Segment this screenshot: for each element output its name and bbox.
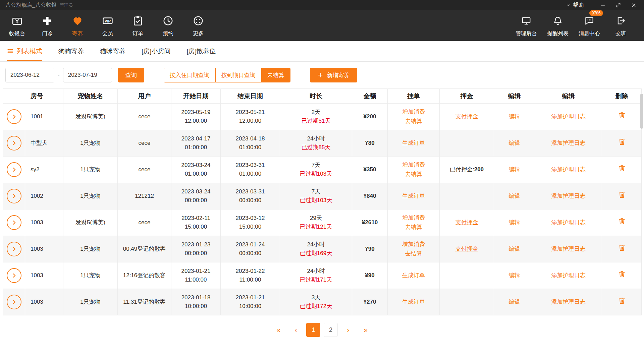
nav-item-clinic[interactable]: 门诊 xyxy=(32,14,62,37)
page-button-2[interactable]: 2 xyxy=(324,323,338,337)
tab-dog-boarding[interactable]: 狗狗寄养 xyxy=(58,41,84,61)
page-button-1[interactable]: 1 xyxy=(306,323,320,337)
expand-row-button[interactable] xyxy=(7,295,21,309)
next-page-button[interactable]: › xyxy=(341,323,355,337)
table-header-row: 房号宠物姓名用户开始日期结束日期时长金额挂单押金编辑编辑删除 xyxy=(3,89,642,104)
nav-item-order[interactable]: 订单 xyxy=(123,14,153,37)
expand-row-button[interactable] xyxy=(7,162,21,177)
edit-link[interactable]: 编辑 xyxy=(509,299,520,305)
first-page-button[interactable]: « xyxy=(271,323,285,337)
tab-small-room[interactable]: [房]小房间 xyxy=(142,41,171,61)
nav-item-shift[interactable]: 交班 xyxy=(605,14,637,37)
expand-row-button[interactable] xyxy=(7,136,21,150)
order-action-link[interactable]: 增加消费 xyxy=(388,213,439,223)
nav-item-message[interactable]: 9786消息中心 xyxy=(574,14,605,37)
order-action-link[interactable]: 增加消费 xyxy=(388,160,439,170)
pay-deposit-link[interactable]: 支付押金 xyxy=(455,113,478,120)
nav-item-boarding[interactable]: 寄养 xyxy=(62,14,93,37)
last-page-button[interactable]: » xyxy=(359,323,373,337)
vertical-scrollbar[interactable] xyxy=(640,88,643,315)
order-action-link[interactable]: 去结算 xyxy=(388,117,439,126)
filter-toolbar: - 查询 按入住日期查询按到期日查询未结算 新增寄养 xyxy=(0,62,644,88)
prev-page-button[interactable]: ‹ xyxy=(289,323,303,337)
unsettled-button[interactable]: 未结算 xyxy=(261,68,290,82)
trash-icon[interactable] xyxy=(618,270,626,279)
user-name[interactable]: cece xyxy=(118,130,171,157)
end-date: 2023-03-1215:00:00 xyxy=(221,209,280,236)
amount: ¥90 xyxy=(352,262,388,289)
pay-deposit-link[interactable]: 支付押金 xyxy=(455,246,478,252)
pending-order-cell: 增加消费去结算 xyxy=(388,236,440,262)
nav-item-member[interactable]: VIP会员 xyxy=(93,14,123,37)
user-name[interactable]: cece xyxy=(118,157,171,183)
order-action-link[interactable]: 增加消费 xyxy=(388,107,439,117)
expand-row-button[interactable] xyxy=(7,189,21,203)
expand-row-button[interactable] xyxy=(7,215,21,230)
tab-label: [房]小房间 xyxy=(142,47,171,56)
trash-icon[interactable] xyxy=(618,217,626,226)
expand-row-button[interactable] xyxy=(7,109,21,124)
care-log-link[interactable]: 添加护理日志 xyxy=(551,219,586,226)
order-action-link[interactable]: 生成订单 xyxy=(388,138,439,148)
maximize-button[interactable] xyxy=(610,0,626,10)
trash-icon[interactable] xyxy=(618,190,626,199)
edit-link[interactable]: 编辑 xyxy=(509,140,520,146)
user-name[interactable]: cece xyxy=(118,104,171,130)
deposit-cell xyxy=(440,183,494,209)
edit-link[interactable]: 编辑 xyxy=(509,166,520,173)
nav-item-cashier[interactable]: 收银台 xyxy=(2,14,32,37)
add-boarding-button[interactable]: 新增寄养 xyxy=(310,68,357,82)
care-log-link[interactable]: 添加护理日志 xyxy=(551,166,586,173)
order-action-link[interactable]: 生成订单 xyxy=(388,271,439,280)
tab-open-area[interactable]: [房]散养位 xyxy=(187,41,216,61)
close-button[interactable] xyxy=(626,0,641,10)
care-log-link[interactable]: 添加护理日志 xyxy=(551,140,586,146)
edit-link[interactable]: 编辑 xyxy=(509,219,520,226)
nav-item-more[interactable]: 更多 xyxy=(183,14,213,37)
scrollbar-thumb[interactable] xyxy=(640,94,643,129)
date-to-input[interactable] xyxy=(63,68,112,82)
care-log-link[interactable]: 添加护理日志 xyxy=(551,299,586,305)
trash-icon[interactable] xyxy=(618,137,626,146)
edit-link[interactable]: 编辑 xyxy=(509,113,520,120)
nav-label: 提醒列表 xyxy=(547,30,569,37)
query-mode-group: 按入住日期查询按到期日查询未结算 xyxy=(164,68,290,82)
trash-icon[interactable] xyxy=(618,296,626,305)
edit-link[interactable]: 编辑 xyxy=(509,193,520,199)
date-from-input[interactable] xyxy=(5,68,54,82)
pay-deposit-link[interactable]: 支付押金 xyxy=(455,219,478,226)
nav-item-appointment[interactable]: 预约 xyxy=(153,14,183,37)
care-log-link[interactable]: 添加护理日志 xyxy=(551,193,586,199)
order-action-link[interactable]: 去结算 xyxy=(388,249,439,258)
order-action-link[interactable]: 去结算 xyxy=(388,170,439,179)
trash-icon[interactable] xyxy=(618,164,626,173)
duration: 7天已过期103天 xyxy=(280,157,352,183)
tab-list-mode[interactable]: 列表模式 xyxy=(7,41,42,61)
tab-cat-boarding[interactable]: 猫咪寄养 xyxy=(100,41,125,61)
query-button[interactable]: 查询 xyxy=(118,68,144,82)
order-action-link[interactable]: 生成订单 xyxy=(388,297,439,307)
nav-label: 寄养 xyxy=(72,30,83,37)
by-checkin-date-button[interactable]: 按入住日期查询 xyxy=(164,68,216,82)
minimize-button[interactable] xyxy=(595,0,610,10)
expand-row-button[interactable] xyxy=(7,268,21,283)
trash-icon[interactable] xyxy=(618,243,626,252)
order-action-link[interactable]: 生成订单 xyxy=(388,191,439,201)
care-log-link[interactable]: 添加护理日志 xyxy=(551,272,586,279)
nav-item-reminder[interactable]: 提醒列表 xyxy=(542,14,574,37)
expand-row-button[interactable] xyxy=(7,242,21,256)
order-action-link[interactable]: 增加消费 xyxy=(388,240,439,249)
tab-label: 猫咪寄养 xyxy=(100,47,125,56)
edit-link[interactable]: 编辑 xyxy=(509,246,520,252)
trash-icon[interactable] xyxy=(618,111,626,120)
edit-link[interactable]: 编辑 xyxy=(509,272,520,279)
by-due-date-button[interactable]: 按到期日查询 xyxy=(215,68,262,82)
care-log-link[interactable]: 添加护理日志 xyxy=(551,113,586,120)
user-name[interactable]: cece xyxy=(118,209,171,236)
help-button[interactable]: 帮助 xyxy=(566,2,584,9)
edit-cell: 编辑 xyxy=(494,183,535,209)
pet-name: 1只宠物 xyxy=(63,289,118,315)
order-action-link[interactable]: 去结算 xyxy=(388,223,439,232)
care-log-link[interactable]: 添加护理日志 xyxy=(551,246,586,252)
nav-item-admin[interactable]: 管理后台 xyxy=(511,14,542,37)
